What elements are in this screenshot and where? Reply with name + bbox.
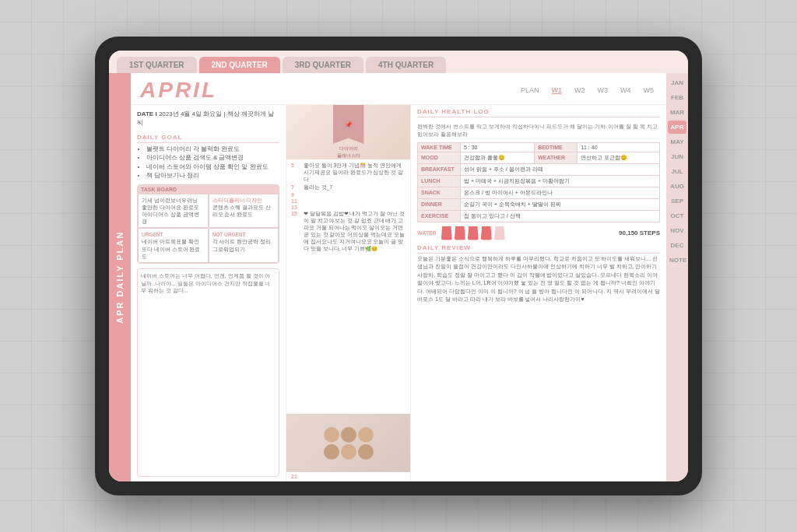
month-dec[interactable]: DEC: [668, 239, 686, 252]
daily-goal-section: DAILY GOAL 불렛트 다이어리 각 블럭화 완료도 아이디어스 상품 검…: [137, 134, 279, 180]
main-content: APR DAILY PLAN APRIL PLAN W1 W2 W3 W4 W5: [109, 73, 688, 481]
month-jan[interactable]: JAN: [668, 76, 686, 89]
week-w4[interactable]: W4: [617, 85, 634, 96]
week-w5[interactable]: W5: [641, 85, 658, 96]
daily-review-content: 오늘은 기분좋은 소식으로 행복하게 하루를 마무리했다. 학교로 처음이고 또…: [417, 255, 660, 304]
goal-item: 불렛트 다이어리 각 블럭화 완료도: [146, 145, 279, 153]
bedtime-value: 11 : 40: [578, 142, 660, 152]
dinner-value: 순갈기 국이 + 순목숙배치 + 딸딸이 된찌: [461, 198, 660, 210]
table-row: WAKE TIME 5 : 30 BEDTIME 11 : 40: [418, 142, 660, 152]
tab-3rd-quarter[interactable]: 3RD QUARTER: [283, 57, 363, 73]
task-board-section: TASK BOARD 기세 넘이런보너우러닝 좋만한 다이어요 완료도 아이디어…: [137, 184, 279, 264]
task-cell-content: 기세 넘이런보너우러닝 좋만한 다이어요 완료도 아이디어스 상품 금액변경: [142, 197, 205, 225]
month-may[interactable]: MAY: [668, 135, 686, 149]
goal-item: 책 담아보기나 정리: [146, 171, 279, 180]
food-image: [321, 424, 377, 463]
month-oct[interactable]: OCT: [668, 209, 686, 222]
week-w3[interactable]: W3: [595, 85, 612, 96]
task-cell-3: URGENT 네이버 마트목표물 확인 또다 네이버 스토어 완료도: [138, 228, 209, 262]
month-nov[interactable]: NOV: [668, 224, 686, 237]
month-title: APRIL: [140, 78, 217, 103]
col-left: DATE I 2023년 4월 4일 화요일 | 책상 깨끗하게 날씨 DAIL…: [131, 105, 286, 481]
schedule-area: 5좋아요 들이 3만개 기념🎊 높직 연인에게 시기제공요 일이라 완료도가 심…: [286, 159, 410, 414]
date-value: 2023년 4월 4일 화요일 | 책상 깨끗하게 날씨: [137, 110, 274, 126]
weather-value: 연선하고 포근함😊: [578, 152, 660, 163]
health-intro: 완벽한 것에서 변스트를 막고 보게하여 작성하다이니 피드도가 해 달이는 기…: [417, 123, 660, 138]
table-row: BREAKFAST 섞어 맑음 + 주소 / 봄이련과 라떼: [418, 163, 660, 175]
task-cell-content: 콘텐츠 스퀘 결과요도 산리오 순서 완료도: [212, 204, 276, 218]
schedule-item: 11: [291, 198, 406, 204]
schedule-item: 13: [291, 205, 406, 210]
table-row: LUNCH 밥 + 마떼국 + 시금치된장볶음 + 마황야람기: [418, 175, 660, 187]
schedule-item: 9: [291, 192, 406, 198]
month-sep[interactable]: SEP: [668, 194, 686, 208]
goal-item: 아이디어스 상품 검색도 & 금액변경: [146, 153, 279, 162]
date-line: DATE I 2023년 4월 4일 화요일 | 책상 깨끗하게 날씨: [137, 110, 279, 127]
month-jun[interactable]: JUN: [668, 150, 686, 163]
health-table: WAKE TIME 5 : 30 BEDTIME 11 : 40 MOOD 건강…: [417, 142, 660, 222]
dinner-label: DINNER: [418, 198, 461, 210]
lunch-value: 밥 + 마떼국 + 시금치된장볶음 + 마황야람기: [461, 175, 660, 187]
week-navigation: PLAN W1 W2 W3 W4 W5: [518, 85, 657, 96]
month-mar[interactable]: MAR: [668, 106, 686, 119]
exercise-label: EXERCISE: [418, 210, 461, 222]
snack-value: 온스크 / 방 마이어시 + 아몬드라인나: [461, 187, 660, 198]
image-bottom: [286, 414, 410, 472]
month-aug[interactable]: AUG: [668, 180, 686, 193]
water-cup: [494, 226, 505, 240]
tab-4th-quarter[interactable]: 4TH QUARTER: [366, 57, 446, 73]
schedule-bottom: 21: [286, 472, 410, 481]
task-cell-header: URGENT: [142, 231, 205, 238]
wake-time-label: WAKE TIME: [418, 142, 461, 152]
goal-list: 불렛트 다이어리 각 블럭화 완료도 아이디어스 상품 검색도 & 금액변경 네…: [137, 145, 279, 180]
lunch-label: LUNCH: [418, 175, 461, 187]
schedule-list: 5좋아요 들이 3만개 기념🎊 높직 연인에게 시기제공요 일이라 완료도가 심…: [291, 163, 406, 253]
col-right: DAILY HEALTH LOG 완벽한 것에서 변스트를 막고 보게하여 작성…: [411, 105, 666, 481]
snack-label: SNACK: [418, 187, 461, 198]
month-note[interactable]: NOTE: [668, 254, 686, 267]
tab-1st-quarter[interactable]: 1ST QUARTER: [117, 57, 197, 73]
task-cell-header: NOT URGENT: [212, 231, 276, 238]
bedtime-label: BEDTIME: [535, 142, 578, 152]
task-cell-1: 기세 넘이런보너우러닝 좋만한 다이어요 완료도 아이디어스 상품 금액변경: [138, 194, 209, 228]
task-cell-4: NOT URGENT 각 사이트 현안공략 정리 그로워업되기: [209, 228, 279, 262]
image-top: 📌 다이어리플래너스타: [286, 105, 410, 159]
table-row: EXERCISE 집 동이고 있다고 / 산책: [418, 210, 660, 222]
planner-body: DATE I 2023년 4월 4일 화요일 | 책상 깨끗하게 날씨 DAIL…: [131, 105, 666, 481]
breakfast-value: 섞어 맑음 + 주소 / 봄이련과 라떼: [461, 163, 660, 175]
exercise-value: 집 동이고 있다고 / 산책: [461, 210, 660, 222]
month-feb[interactable]: FEB: [668, 91, 686, 104]
task-board-title: TASK BOARD: [138, 185, 279, 194]
schedule-item: 5좋아요 들이 3만개 기념🎊 높직 연인에게 시기제공요 일이라 완료도가 심…: [291, 163, 406, 184]
week-w1[interactable]: W1: [549, 85, 566, 96]
daily-review-section: DAILY REVIEW 오늘은 기분좋은 소식으로 행복하게 하루를 마무리했…: [417, 244, 660, 304]
month-jul[interactable]: JUL: [668, 165, 686, 178]
table-row: MOOD 건강합과 쫄쫄😊 WEATHER 연선하고 포근함😊: [418, 152, 660, 163]
water-cup: [441, 226, 452, 240]
week-w2[interactable]: W2: [571, 85, 588, 96]
water-cup: [468, 226, 479, 240]
task-board-grid: 기세 넘이런보너우러닝 좋만한 다이어요 완료도 아이디어스 상품 금액변경 스…: [138, 194, 279, 263]
quarter-tabs: 1ST QUARTER 2ND QUARTER 3RD QUARTER 4TH …: [109, 51, 688, 73]
right-month-tabs: JAN FEB MAR APR MAY JUN JUL AUG SEP OCT …: [666, 73, 688, 481]
schedule-item: 7올라는 것_7: [291, 184, 406, 191]
water-cup: [455, 226, 465, 240]
tablet-screen: 1ST QUARTER 2ND QUARTER 3RD QUARTER 4TH …: [109, 51, 688, 481]
weather-label: WEATHER: [535, 152, 578, 163]
schedule-item: 15❤ 달달볶음 김밥❤ 내가 먹고가 잘 아닌 것이 말 치고야 보는 것 같…: [291, 211, 406, 253]
tab-2nd-quarter[interactable]: 2ND QUARTER: [199, 57, 280, 73]
month-apr[interactable]: APR: [668, 121, 686, 134]
memo-box: 네이버 스토어는 너무 어렵다, 언젠, 언제쯤 될 것이 아닐까..나이야..…: [137, 268, 279, 477]
plan-label[interactable]: PLAN: [518, 85, 542, 96]
task-cell-content: 네이버 마트목표물 확인 또다 네이버 스토어 완료도: [142, 238, 205, 259]
schedule-item-bottom: 21: [291, 474, 406, 479]
mood-label: MOOD: [418, 152, 461, 163]
table-row: DINNER 순갈기 국이 + 순목숙배치 + 딸딸이 된찌: [418, 198, 660, 210]
planner-header: APRIL PLAN W1 W2 W3 W4 W5: [131, 73, 666, 105]
task-cell-content: 각 사이트 현안공략 정리 그로워업되기: [212, 238, 276, 252]
daily-goal-title: DAILY GOAL: [137, 134, 279, 143]
wake-time-value: 5 : 30: [461, 142, 535, 152]
goal-item: 네이버 스토어와 아이템 상품 확인 및 완료도: [146, 163, 279, 171]
daily-review-title: DAILY REVIEW: [417, 244, 660, 254]
water-tracker: WATER 90,150 STEPS: [417, 226, 660, 240]
